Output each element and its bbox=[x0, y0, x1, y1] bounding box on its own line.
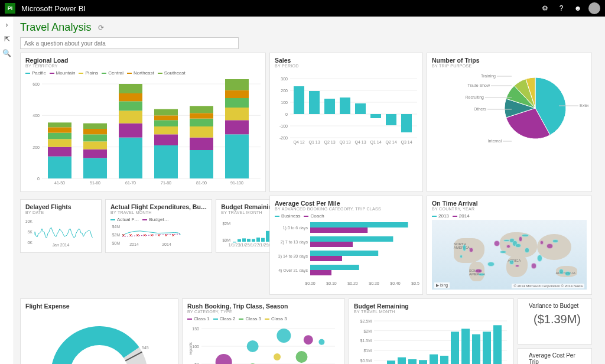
budget-lg-chart: ($0.5M)$0M$0.5M$1M$1.5M$2M$2.5M1/1/20142… bbox=[354, 316, 510, 364]
svg-rect-10 bbox=[48, 139, 71, 147]
svg-text:100: 100 bbox=[192, 344, 199, 349]
svg-rect-23 bbox=[119, 124, 142, 138]
top-bar: Pi Microsoft Power BI ⚙ ? ☻ bbox=[0, 0, 605, 17]
card-delayed-flights[interactable]: Delayed Flights BY DATE 0K5K10KJan 2014 bbox=[20, 199, 102, 253]
svg-rect-72 bbox=[370, 114, 381, 118]
app-title: Microsoft Power BI bbox=[21, 4, 86, 13]
card-subtitle: BY PERIOD bbox=[275, 64, 418, 68]
svg-rect-29 bbox=[154, 145, 178, 178]
svg-text:10K: 10K bbox=[25, 219, 32, 223]
card-budget-large[interactable]: Budget Remaining BY TRAVEL MONTH ($0.5M)… bbox=[349, 298, 514, 364]
svg-text:61-70: 61-70 bbox=[125, 181, 136, 185]
svg-rect-12 bbox=[48, 127, 71, 132]
svg-rect-13 bbox=[48, 122, 71, 127]
actual-chart: $0M$2M$4M20142014 bbox=[110, 223, 181, 247]
svg-rect-19 bbox=[83, 129, 107, 134]
svg-rect-34 bbox=[154, 109, 178, 116]
card-trips[interactable]: Number of Trips BY TRIP PURPOSE Training… bbox=[427, 53, 592, 192]
svg-text:Q3 14: Q3 14 bbox=[401, 140, 412, 145]
card-subtitle: BY TRIP PURPOSE bbox=[432, 64, 587, 68]
svg-text:-200: -200 bbox=[279, 136, 288, 140]
svg-text:91-100: 91-100 bbox=[230, 181, 243, 185]
search-icon[interactable]: 🔍 bbox=[2, 48, 12, 58]
card-avg-cost-mile[interactable]: Average Cost Per Mile BY ADVANCED BOOKIN… bbox=[269, 196, 423, 295]
svg-text:$0.30: $0.30 bbox=[369, 281, 379, 285]
svg-text:3) 14 to 20 days: 3) 14 to 20 days bbox=[278, 254, 308, 259]
svg-point-154 bbox=[247, 340, 259, 352]
card-actual-expenditures[interactable]: Actual Flight Expenditures, Bu… BY TRAVE… bbox=[105, 199, 212, 253]
svg-rect-123 bbox=[310, 242, 353, 247]
svg-text:$0M: $0M bbox=[223, 238, 231, 242]
page-title: Travel Analysis bbox=[20, 21, 91, 34]
svg-text:41-50: 41-50 bbox=[54, 181, 65, 185]
refresh-icon[interactable]: ⟳ bbox=[98, 24, 104, 32]
svg-text:$1M: $1M bbox=[363, 349, 372, 353]
svg-text:$0.40: $0.40 bbox=[390, 281, 401, 285]
settings-icon[interactable]: ⚙ bbox=[536, 0, 553, 17]
help-icon[interactable]: ? bbox=[553, 0, 570, 17]
svg-text:$2.5M: $2.5M bbox=[360, 319, 372, 323]
svg-rect-31 bbox=[154, 126, 178, 134]
svg-rect-27 bbox=[119, 84, 142, 93]
card-rush-booking[interactable]: Rush Booking, Trip Class, Season BY CATE… bbox=[182, 298, 345, 364]
expand-nav-icon[interactable]: › bbox=[2, 20, 12, 30]
svg-point-157 bbox=[277, 329, 291, 343]
card-on-time-arrival[interactable]: On Time Arrival BY COUNTRY, YEAR 2013201… bbox=[427, 196, 592, 295]
svg-text:Trade Show: Trade Show bbox=[468, 83, 490, 87]
svg-text:200: 200 bbox=[32, 145, 40, 150]
svg-rect-33 bbox=[154, 115, 178, 120]
svg-text:2014: 2014 bbox=[162, 242, 171, 246]
svg-rect-16 bbox=[83, 150, 107, 158]
svg-text:$0.5M: $0.5M bbox=[360, 359, 372, 363]
svg-text:Q3 13: Q3 13 bbox=[339, 140, 350, 145]
qna-input[interactable] bbox=[20, 37, 239, 49]
user-avatar[interactable] bbox=[588, 2, 600, 14]
svg-text:$2M: $2M bbox=[112, 233, 120, 237]
svg-text:$2M: $2M bbox=[223, 222, 231, 226]
svg-text:100: 100 bbox=[281, 100, 288, 105]
svg-rect-196 bbox=[472, 334, 480, 364]
svg-rect-105 bbox=[252, 239, 255, 242]
svg-text:Training: Training bbox=[481, 74, 496, 79]
svg-rect-64 bbox=[309, 91, 320, 114]
kpi-variance-value: ($1.39M) bbox=[523, 309, 587, 329]
svg-text:150: 150 bbox=[192, 327, 199, 331]
card-title: Regional Load bbox=[25, 57, 261, 64]
card-sales[interactable]: Sales BY PERIOD -200-1000100200300Q4 12Q… bbox=[269, 53, 423, 192]
svg-text:5K: 5K bbox=[27, 230, 32, 234]
svg-rect-186 bbox=[419, 360, 427, 364]
svg-rect-70 bbox=[355, 103, 366, 114]
svg-text:300: 300 bbox=[281, 77, 288, 81]
svg-text:Internal: Internal bbox=[488, 139, 502, 143]
svg-rect-48 bbox=[225, 79, 249, 90]
svg-point-161 bbox=[318, 339, 324, 345]
svg-text:Q4 13: Q4 13 bbox=[354, 140, 366, 145]
svg-text:4) Over 21 days: 4) Over 21 days bbox=[278, 268, 308, 273]
svg-text:81-90: 81-90 bbox=[196, 181, 207, 185]
svg-text:Q2 14: Q2 14 bbox=[385, 140, 396, 145]
svg-rect-106 bbox=[256, 238, 260, 242]
svg-rect-120 bbox=[310, 228, 367, 233]
svg-rect-198 bbox=[483, 332, 491, 364]
svg-text:$0.50: $0.50 bbox=[411, 281, 419, 285]
app-logo: Pi bbox=[5, 3, 15, 14]
feedback-icon[interactable]: ☻ bbox=[570, 0, 586, 17]
svg-rect-192 bbox=[451, 332, 459, 364]
world-map[interactable]: NORTHAMERICA AFRICA SOUTHAMERICA AUSTRAL… bbox=[432, 220, 587, 290]
svg-rect-38 bbox=[190, 126, 213, 138]
svg-rect-45 bbox=[225, 108, 249, 120]
delayed-chart: 0K5K10KJan 2014 bbox=[25, 217, 96, 248]
card-variance[interactable]: Variance to Budget ($1.39M) bbox=[518, 298, 592, 344]
svg-point-159 bbox=[296, 351, 308, 363]
card-regional-load[interactable]: Regional Load BY TERRITORY Pacific Mount… bbox=[20, 53, 266, 192]
map-attribution: © 2014 Microsoft Corporation © 2014 Noki… bbox=[512, 284, 584, 288]
acpm-chart: 1) 0 to 6 days2) 7 to 13 days3) 14 to 20… bbox=[275, 220, 419, 290]
svg-text:Others: Others bbox=[474, 107, 487, 111]
card-flight-expense[interactable]: Flight Expense 545 522 0 645 bbox=[20, 298, 178, 364]
card-avg-cost-trip[interactable]: Average Cost Per Trip $723.16 bbox=[518, 348, 592, 364]
pin-icon[interactable]: ⇱ bbox=[2, 34, 12, 44]
svg-rect-37 bbox=[190, 138, 213, 150]
svg-rect-22 bbox=[119, 138, 142, 178]
svg-text:545: 545 bbox=[142, 346, 149, 350]
svg-text:External: External bbox=[580, 103, 588, 108]
